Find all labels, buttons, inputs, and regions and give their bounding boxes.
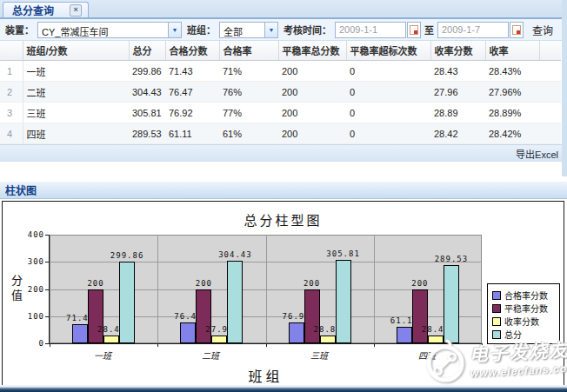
legend-swatch	[492, 330, 501, 339]
tab-bar: 总分查询 ×	[0, 0, 567, 19]
bar-四班-平稳率分数	[412, 289, 428, 344]
table-cell: 200	[278, 123, 346, 144]
filler-cell	[539, 82, 561, 103]
table-cell: 289.53	[129, 123, 165, 144]
y-axis-line	[49, 235, 50, 344]
column-header: 总分	[129, 41, 165, 61]
tab-total-score-query[interactable]: 总分查询 ×	[3, 2, 89, 17]
bar-value-label: 304.43	[209, 250, 261, 259]
calendar-icon[interactable]	[510, 22, 524, 38]
table-cell: 28.89	[430, 103, 485, 123]
table-footer-bar: 导出Excel	[0, 144, 567, 162]
y-tick-mark	[45, 316, 49, 317]
legend-item: 总分	[492, 328, 556, 341]
export-excel-button[interactable]: 导出Excel	[516, 147, 558, 161]
filler-cell	[539, 123, 561, 144]
table-cell: 28.42	[430, 123, 485, 144]
row-number-cell: 2	[0, 82, 23, 103]
device-select[interactable]: CY_常减压车间 ▼	[37, 22, 182, 38]
table-cell: 28.89%	[485, 103, 539, 123]
query-button[interactable]: 查询	[532, 23, 553, 37]
bar-二班-平稳率分数	[196, 289, 211, 344]
table-cell: 61.11	[165, 123, 219, 144]
y-tick-mark	[45, 262, 49, 262]
bar-一班-平稳率分数	[88, 289, 103, 344]
filler-header	[539, 41, 561, 61]
chevron-down-icon[interactable]: ▼	[168, 22, 182, 38]
table-cell: 71%	[219, 61, 278, 82]
bar-value-label: 200	[286, 279, 338, 288]
date-from-input[interactable]: 2009-1-1	[335, 22, 406, 38]
y-tick-mark	[45, 289, 49, 290]
gridline	[374, 235, 375, 343]
bar-四班-总分	[444, 265, 459, 344]
table-cell: 四班	[23, 123, 129, 144]
table-cell: 77%	[219, 103, 278, 123]
team-select[interactable]: 全部 ▼	[219, 22, 278, 38]
score-table-body: 1一班299.8671.4371%200028.4328.43%2二班304.4…	[0, 61, 561, 144]
column-header: 平稳率超标次数	[346, 41, 430, 61]
bar-二班-收率分数	[211, 336, 227, 343]
chart-panel: 总分柱型图 分值 班组 010020030040071.4320028.4329…	[0, 199, 567, 392]
column-header: 班组/分数	[23, 41, 129, 61]
team-value: 全部	[219, 22, 264, 38]
bar-四班-收率分数	[428, 336, 444, 343]
legend-label: 平稳率分数	[504, 302, 548, 315]
table-cell: 61%	[219, 123, 278, 144]
table-cell: 200	[278, 82, 346, 103]
right-edge-strip	[562, 0, 567, 176]
calendar-glyph	[410, 25, 418, 35]
section-title: 柱状图	[5, 183, 37, 197]
table-cell: 200	[278, 61, 346, 82]
to-label: 至	[424, 23, 434, 37]
y-tick-label: 0	[18, 339, 44, 348]
legend-swatch	[492, 317, 501, 326]
tab-title: 总分查询	[12, 3, 54, 17]
spacer	[0, 162, 567, 181]
bottom-edge-strip	[0, 385, 567, 392]
y-tick-label: 300	[18, 257, 44, 266]
row-number-cell: 3	[0, 103, 23, 123]
y-tick-label: 200	[18, 285, 44, 294]
tab-close-icon[interactable]: ×	[70, 4, 82, 17]
row-number-header	[0, 41, 23, 61]
calendar-glyph	[512, 25, 521, 35]
table-row[interactable]: 2二班304.4376.4776%200027.9627.96%	[0, 82, 561, 103]
table-cell: 28.43	[430, 61, 485, 82]
legend-swatch	[492, 291, 501, 300]
x-tick-mark	[50, 343, 50, 347]
bar-value-label: 299.86	[101, 251, 153, 260]
device-label: 装置：	[5, 23, 34, 37]
table-row[interactable]: 4四班289.5361.1161%200028.4228.42%	[0, 123, 561, 144]
column-header: 平稳率总分数	[278, 41, 346, 61]
chevron-down-icon[interactable]: ▼	[264, 22, 278, 38]
table-cell: 0	[346, 103, 430, 123]
table-cell: 76.92	[165, 103, 219, 123]
table-row[interactable]: 1一班299.8671.4371%200028.4328.43%	[0, 61, 561, 82]
x-tick-mark	[266, 343, 267, 347]
chart-box: 总分柱型图 分值 班组 010020030040071.4320028.4329…	[2, 201, 564, 392]
bar-value-label: 200	[70, 279, 122, 288]
table-cell: 28.42%	[485, 123, 539, 144]
time-label: 考核时间：	[284, 23, 331, 37]
x-category-label: 三班	[264, 349, 376, 362]
table-cell: 76%	[219, 82, 278, 103]
table-cell: 305.81	[129, 103, 165, 123]
y-tick-mark	[45, 343, 49, 344]
table-cell: 76.47	[165, 82, 219, 103]
table-cell: 299.86	[129, 61, 165, 82]
bar-三班-收率分数	[320, 336, 336, 343]
bar-value-label: 200	[394, 279, 446, 288]
column-header: 收率分数	[430, 41, 485, 61]
gridline	[157, 235, 158, 343]
date-to-input[interactable]: 2009-1-7	[437, 22, 509, 38]
legend-item: 合格率分数	[492, 289, 556, 302]
column-header: 收率	[485, 41, 539, 61]
table-row[interactable]: 3三班305.8176.9277%200028.8928.89%	[0, 103, 561, 123]
bar-三班-总分	[336, 260, 351, 343]
calendar-icon[interactable]	[407, 22, 421, 38]
filler-cell	[539, 103, 561, 123]
gridline	[266, 235, 267, 343]
chart-title: 总分柱型图	[3, 210, 564, 229]
table-cell: 二班	[23, 82, 129, 103]
